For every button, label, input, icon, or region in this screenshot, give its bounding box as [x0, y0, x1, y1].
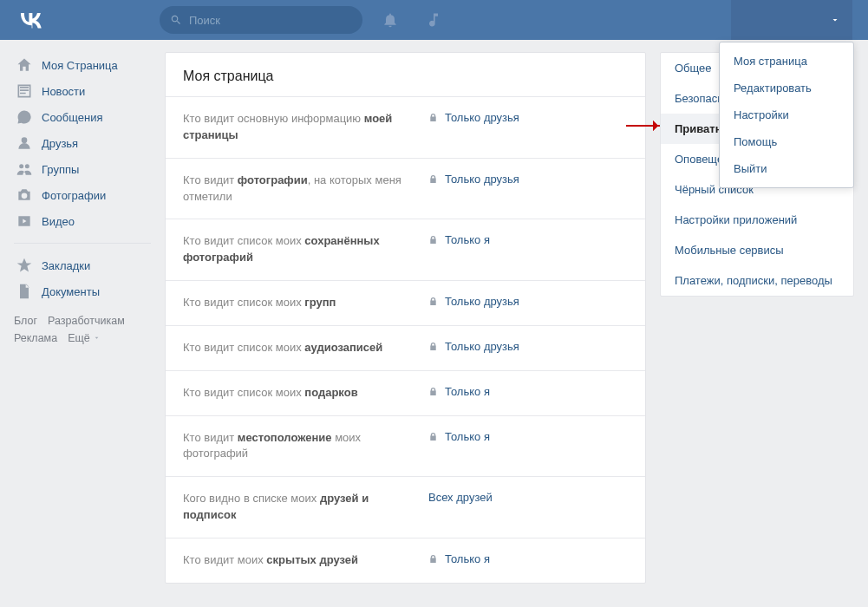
search-icon [170, 14, 182, 26]
header-bar: Поиск [0, 0, 868, 40]
vk-logo[interactable] [14, 10, 47, 30]
dropdown-item-edit[interactable]: Редактировать [720, 75, 853, 101]
privacy-row: Кто видит фотографии, на которых меня от… [166, 158, 645, 219]
privacy-card: Моя страница Кто видит основную информац… [165, 52, 646, 584]
nav-separator [14, 243, 151, 244]
row-label: Кто видит местоположение моих фотографий [183, 430, 420, 463]
news-icon [16, 82, 33, 100]
row-value[interactable]: Только я [428, 233, 628, 246]
settings-tab-apps[interactable]: Настройки приложений [661, 205, 853, 235]
row-value[interactable]: Только я [428, 552, 628, 565]
nav-label: Группы [42, 163, 79, 176]
row-label: Кто видит список моих групп [183, 295, 420, 311]
lock-icon [428, 296, 438, 307]
footer-links: Блог Разработчикам Реклама Ещё [14, 315, 151, 344]
privacy-row: Кто видит основную информацию моей стран… [166, 96, 645, 158]
row-value[interactable]: Всех друзей [428, 491, 628, 504]
privacy-row: Кто видит местоположение моих фотографий… [166, 415, 645, 477]
privacy-row: Кто видит список моих групп Только друзь… [166, 280, 645, 325]
lock-icon [428, 431, 438, 442]
camera-icon [16, 186, 33, 204]
row-label: Кто видит моих скрытых друзей [183, 552, 420, 569]
nav-my-page[interactable]: Моя Страница [14, 52, 151, 78]
row-value[interactable]: Только друзья [428, 111, 628, 124]
nav-photos[interactable]: Фотографии [14, 182, 151, 208]
groups-icon [16, 160, 33, 178]
row-label: Кто видит список моих аудиозаписей [183, 340, 420, 356]
nav-label: Сообщения [42, 111, 103, 124]
nav-label: Закладки [42, 259, 90, 272]
row-label: Кто видит список моих подарков [183, 385, 420, 401]
footer-ads[interactable]: Реклама [14, 332, 57, 344]
nav-label: Новости [42, 85, 85, 98]
message-icon [16, 108, 33, 126]
row-label: Кто видит список моих сохранённых фотогр… [183, 233, 420, 266]
page-title: Моя страница [166, 53, 645, 96]
footer-blog[interactable]: Блог [14, 315, 37, 327]
row-value[interactable]: Только друзья [428, 340, 628, 353]
document-icon [16, 283, 33, 300]
dropdown-item-logout[interactable]: Выйти [720, 155, 853, 182]
nav-messages[interactable]: Сообщения [14, 104, 151, 130]
row-value[interactable]: Только друзья [428, 295, 628, 308]
nav-label: Документы [42, 285, 100, 298]
footer-dev[interactable]: Разработчикам [48, 315, 125, 327]
friend-icon [16, 134, 33, 152]
nav-news[interactable]: Новости [14, 78, 151, 104]
header-icons [382, 11, 442, 29]
bell-icon[interactable] [382, 11, 399, 29]
row-label: Кто видит основную информацию моей стран… [183, 111, 420, 144]
settings-tab-payments[interactable]: Платежи, подписки, переводы [661, 265, 853, 296]
footer-more[interactable]: Ещё [68, 332, 101, 344]
privacy-row: Кто видит моих скрытых друзей Только я [166, 538, 645, 583]
dropdown-item-my-page[interactable]: Моя страница [720, 48, 853, 75]
chevron-down-icon [830, 15, 840, 25]
nav-groups[interactable]: Группы [14, 156, 151, 182]
row-value[interactable]: Только я [428, 430, 628, 443]
lock-icon [428, 386, 438, 397]
dropdown-item-settings[interactable]: Настройки [720, 101, 853, 128]
lock-icon [428, 341, 438, 352]
nav-label: Фотографии [42, 189, 106, 202]
row-value[interactable]: Только друзья [428, 173, 628, 186]
annotation-arrow-left [626, 125, 662, 127]
star-icon [16, 257, 33, 274]
nav-documents[interactable]: Документы [14, 278, 151, 304]
profile-dropdown: Моя страница Редактировать Настройки Пом… [719, 42, 854, 188]
video-icon [16, 212, 33, 230]
settings-tab-mobile[interactable]: Мобильные сервисы [661, 235, 853, 265]
search-input[interactable]: Поиск [160, 6, 362, 34]
nav-friends[interactable]: Друзья [14, 130, 151, 156]
privacy-row: Кто видит список моих аудиозаписей Тольк… [166, 325, 645, 370]
nav-bookmarks[interactable]: Закладки [14, 252, 151, 278]
chevron-down-icon [93, 334, 101, 342]
privacy-row: Кто видит список моих сохранённых фотогр… [166, 219, 645, 280]
nav-label: Моя Страница [42, 59, 118, 72]
left-nav: Моя Страница Новости Сообщения Друзья Гр… [14, 52, 151, 584]
lock-icon [428, 112, 438, 123]
nav-label: Видео [42, 215, 75, 228]
nav-video[interactable]: Видео [14, 208, 151, 234]
row-value[interactable]: Только я [428, 385, 628, 398]
music-icon[interactable] [425, 11, 442, 29]
home-icon [16, 56, 33, 74]
lock-icon [428, 553, 438, 565]
nav-label: Друзья [42, 137, 78, 150]
lock-icon [428, 173, 438, 185]
row-label: Кого видно в списке моих друзей и подпис… [183, 491, 420, 524]
privacy-row: Кто видит список моих подарков Только я [166, 370, 645, 415]
profile-menu-trigger[interactable] [731, 0, 852, 40]
dropdown-item-help[interactable]: Помощь [720, 128, 853, 155]
lock-icon [428, 234, 438, 245]
search-placeholder: Поиск [189, 14, 220, 27]
row-label: Кто видит фотографии, на которых меня от… [183, 173, 420, 206]
privacy-row: Кого видно в списке моих друзей и подпис… [166, 476, 645, 538]
